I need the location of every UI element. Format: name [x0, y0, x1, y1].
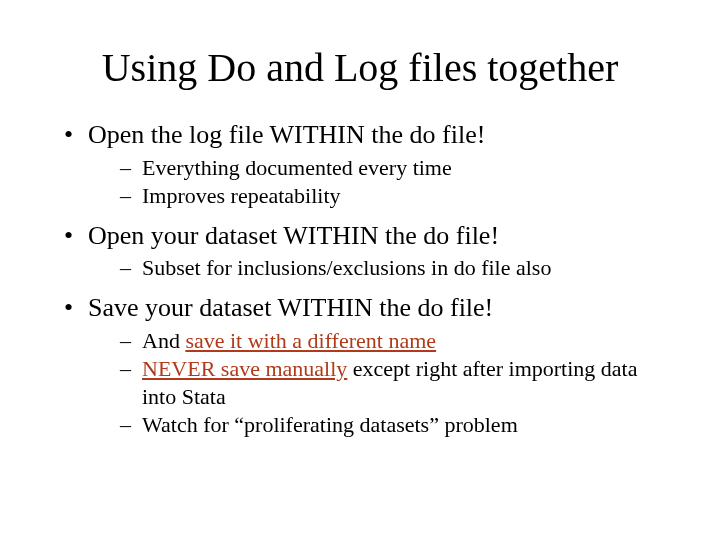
bullet-list: Open the log file WITHIN the do file! Ev… [60, 119, 660, 440]
bullet-1-text: Open the log file WITHIN the do file! [88, 120, 485, 149]
bullet-2-text: Open your dataset WITHIN the do file! [88, 221, 499, 250]
bullet-3-sub-2: NEVER save manually except right after i… [88, 355, 660, 411]
bullet-3-sublist: And save it with a different name NEVER … [88, 327, 660, 440]
bullet-3-sub-3: Watch for “proliferating datasets” probl… [88, 411, 660, 439]
bullet-3-sub-1: And save it with a different name [88, 327, 660, 355]
bullet-2-sub-1: Subset for inclusions/exclusions in do f… [88, 254, 660, 282]
bullet-2-sublist: Subset for inclusions/exclusions in do f… [88, 254, 660, 282]
bullet-3-text: Save your dataset WITHIN the do file! [88, 293, 493, 322]
bullet-1: Open the log file WITHIN the do file! Ev… [60, 119, 660, 210]
slide: Using Do and Log files together Open the… [0, 0, 720, 540]
bullet-1-sub-2: Improves repeatability [88, 182, 660, 210]
bullet-3: Save your dataset WITHIN the do file! An… [60, 292, 660, 439]
bullet-3-sub-1-a: And [142, 328, 185, 353]
slide-title: Using Do and Log files together [60, 44, 660, 91]
bullet-3-sub-2-a: NEVER save manually [142, 356, 347, 381]
bullet-2: Open your dataset WITHIN the do file! Su… [60, 220, 660, 283]
bullet-1-sub-1: Everything documented every time [88, 154, 660, 182]
bullet-1-sublist: Everything documented every time Improve… [88, 154, 660, 210]
bullet-3-sub-1-b: save it with a different name [185, 328, 436, 353]
